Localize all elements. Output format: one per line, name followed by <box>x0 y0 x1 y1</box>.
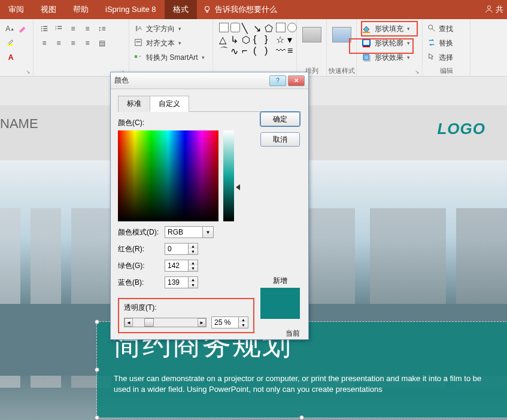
color-dialog: 颜色 ? ✕ 标准 自定义 确定 取消 颜色(C): 颜色模式(D): ▼ <box>110 72 309 340</box>
dialog-tabs: 标准 自定义 <box>118 95 301 112</box>
text-direction-button[interactable]: ‖A 文字方向▾ <box>134 22 208 36</box>
shape-fill-icon <box>362 24 371 34</box>
bullets-button[interactable] <box>38 23 50 35</box>
scroll-track[interactable] <box>133 318 198 327</box>
columns-button[interactable]: ▤ <box>96 37 108 49</box>
shapes-gallery[interactable]: ╲↘⬠ △↳⬡{}☆▾ ⌒∿⌐()〰≡ <box>213 19 297 76</box>
selection-handle[interactable] <box>299 415 304 420</box>
smartart-button[interactable]: 转换为 SmartArt▾ <box>134 50 208 65</box>
align-text-button[interactable]: 对齐文本▾ <box>134 36 208 50</box>
align-center-button[interactable]: ≡ <box>53 37 65 49</box>
tab-standard[interactable]: 标准 <box>118 96 150 112</box>
align-left-button[interactable]: ≡ <box>38 37 50 49</box>
chevron-down-icon[interactable]: ▼ <box>203 226 214 238</box>
svg-rect-19 <box>363 39 370 45</box>
share-label[interactable]: 共 <box>496 4 503 15</box>
blue-spinner[interactable]: ▲▼ <box>165 276 198 288</box>
tab-format[interactable]: 格式 <box>165 0 197 19</box>
svg-rect-16 <box>136 41 141 42</box>
spin-up-icon[interactable]: ▲ <box>189 244 198 249</box>
indent-right-button[interactable]: ≡ <box>81 23 93 35</box>
tab-help[interactable]: 帮助 <box>65 0 97 19</box>
line-spacing-button[interactable]: ↕≡ <box>96 23 108 35</box>
numbering-button[interactable]: 12 <box>53 23 65 35</box>
highlight-button[interactable] <box>5 37 17 49</box>
font-grow-button[interactable]: A▲ <box>5 23 16 35</box>
ok-button[interactable]: 确定 <box>260 112 300 126</box>
clear-format-button[interactable] <box>18 23 29 35</box>
red-label: 红色(R): <box>118 244 161 254</box>
tab-custom[interactable]: 自定义 <box>150 96 189 112</box>
color-mode-input[interactable] <box>165 226 203 238</box>
luminance-slider[interactable] <box>223 130 234 221</box>
svg-rect-5 <box>43 26 47 27</box>
cursor-icon <box>427 53 436 63</box>
spin-down-icon[interactable]: ▼ <box>189 282 198 288</box>
spin-up-icon[interactable]: ▲ <box>189 277 198 282</box>
luminance-thumb-icon[interactable] <box>236 184 240 190</box>
blue-input[interactable] <box>165 276 189 288</box>
selection-handle[interactable] <box>95 367 99 372</box>
scroll-left-icon[interactable]: ◄ <box>125 318 133 327</box>
selection-handle[interactable] <box>95 319 99 324</box>
transparency-spinner[interactable]: ▲▼ <box>211 316 248 328</box>
spin-down-icon[interactable]: ▼ <box>189 266 198 271</box>
shape-fill-button[interactable]: 形状填充▾ <box>362 22 417 36</box>
svg-rect-20 <box>363 46 370 47</box>
close-button[interactable]: ✕ <box>288 75 305 86</box>
spin-down-icon[interactable]: ▼ <box>239 322 248 328</box>
shape-outline-button[interactable]: 形状轮廓▾ <box>362 36 417 50</box>
green-spinner[interactable]: ▲▼ <box>165 260 198 272</box>
tab-review[interactable]: 审阅 <box>0 0 32 19</box>
svg-point-6 <box>41 28 42 29</box>
slide-description: The user can demonstrate on a projector … <box>114 373 495 395</box>
search-icon <box>427 24 436 34</box>
font-color-button[interactable]: A <box>5 51 17 63</box>
arrange-button[interactable] <box>300 22 324 48</box>
find-button[interactable]: 查找 <box>427 22 465 36</box>
justify-button[interactable]: ≡ <box>81 37 93 49</box>
red-input[interactable] <box>165 243 189 255</box>
shape-effects-button[interactable]: 形状效果▾ <box>362 50 417 65</box>
select-button[interactable]: 选择 <box>427 50 465 65</box>
shape-effects-label: 形状效果 <box>375 53 403 63</box>
name-text: NAME <box>0 116 42 138</box>
green-input[interactable] <box>165 260 189 272</box>
shape-fill-label: 形状填充 <box>375 24 403 34</box>
tell-me-label: 告诉我你想要什么 <box>215 4 277 15</box>
tab-view[interactable]: 视图 <box>32 0 65 19</box>
align-text-icon <box>134 38 142 48</box>
svg-rect-17 <box>135 55 137 57</box>
color-mode-combo[interactable]: ▼ <box>165 226 214 238</box>
svg-rect-18 <box>363 32 370 33</box>
tab-ispring[interactable]: iSpring Suite 8 <box>97 0 165 19</box>
current-color-label: 当前 <box>286 328 300 339</box>
selection-handle[interactable] <box>95 415 99 420</box>
transparency-input[interactable] <box>211 316 239 328</box>
transparency-scrollbar[interactable]: ◄ ► <box>124 318 207 327</box>
dialog-launcher-icon[interactable]: ↘ <box>26 69 32 75</box>
scroll-right-icon[interactable]: ► <box>198 318 206 327</box>
scroll-thumb[interactable] <box>144 318 154 327</box>
transparency-section: 透明度(T): ◄ ► ▲▼ <box>118 298 254 333</box>
red-spinner[interactable]: ▲▼ <box>165 243 198 255</box>
svg-rect-15 <box>135 39 142 45</box>
find-label: 查找 <box>439 24 453 34</box>
replace-button[interactable]: 替换 <box>427 36 465 50</box>
tell-me-box[interactable]: 告诉我你想要什么 <box>203 4 277 15</box>
svg-rect-7 <box>43 28 47 29</box>
help-button[interactable]: ? <box>269 75 286 86</box>
indent-left-button[interactable]: ≡ <box>67 23 79 35</box>
quick-styles-button[interactable] <box>330 22 354 48</box>
align-right-button[interactable]: ≡ <box>67 37 79 49</box>
spin-up-icon[interactable]: ▲ <box>239 317 248 322</box>
color-picker-area[interactable] <box>118 130 218 221</box>
shape-outline-icon <box>362 38 371 48</box>
spin-up-icon[interactable]: ▲ <box>189 260 198 266</box>
arrange-icon <box>302 27 321 42</box>
cancel-button[interactable]: 取消 <box>260 132 300 147</box>
spin-down-icon[interactable]: ▼ <box>189 249 198 254</box>
dialog-launcher-icon[interactable]: ↘ <box>415 69 421 75</box>
replace-icon <box>427 38 436 48</box>
dialog-titlebar[interactable]: 颜色 ? ✕ <box>111 72 308 89</box>
